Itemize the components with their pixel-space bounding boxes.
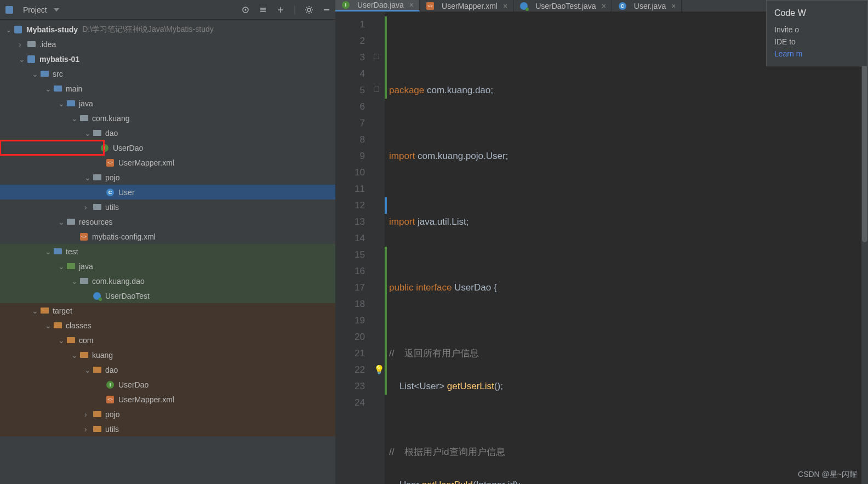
- code-content[interactable]: package com.kuang.dao; import com.kuang.…: [385, 12, 868, 484]
- tree-test[interactable]: ⌄test: [0, 244, 335, 259]
- code-with-me-popup: Code W Invite o IDE to Learn m: [766, 0, 868, 66]
- editor-panel: IUserDao.java× <>UserMapper.xml× UserDao…: [335, 0, 868, 484]
- tree-usermapper[interactable]: <>UserMapper.xml: [0, 155, 335, 170]
- project-tree[interactable]: ⌄Mybatis-studyD:\学习笔记\狂神说Java\Mybatis-st…: [0, 20, 335, 484]
- tree-utils[interactable]: ›utils: [0, 200, 335, 214]
- tab-userdao[interactable]: IUserDao.java×: [335, 0, 420, 12]
- fold-icon[interactable]: [374, 87, 379, 92]
- code-editor[interactable]: 123456789101112131415161718192021222324 …: [335, 12, 868, 484]
- dropdown-icon[interactable]: [54, 8, 59, 12]
- tree-mybatis01[interactable]: ⌄mybatis-01: [0, 52, 335, 66]
- tree-utils2[interactable]: ›utils: [0, 422, 335, 436]
- tab-user[interactable]: CUser.java×: [612, 0, 682, 12]
- tree-usermapper2[interactable]: <>UserMapper.xml: [0, 392, 335, 407]
- tree-comkuangdao[interactable]: ⌄com.kuang.dao: [0, 274, 335, 288]
- tree-user[interactable]: CUser: [0, 185, 335, 200]
- close-icon[interactable]: ×: [503, 2, 507, 10]
- close-icon[interactable]: ×: [671, 2, 676, 10]
- project-panel: Project | ⌄Mybatis-studyD:\学习笔记\狂神说Java\…: [0, 0, 335, 484]
- tree-main[interactable]: ⌄main: [0, 81, 335, 96]
- close-icon[interactable]: ×: [409, 1, 414, 9]
- tree-idea[interactable]: ›.idea: [0, 37, 335, 52]
- fold-gutter: 💡: [374, 12, 385, 484]
- close-icon[interactable]: ×: [602, 2, 606, 10]
- tab-usermapper[interactable]: <>UserMapper.xml×: [420, 0, 513, 12]
- line-gutter: 123456789101112131415161718192021222324: [335, 12, 374, 484]
- svg-point-1: [244, 9, 246, 10]
- project-header: Project |: [0, 0, 335, 20]
- tree-comkuang[interactable]: ⌄com.kuang: [0, 111, 335, 126]
- tree-resources[interactable]: ⌄resources: [0, 214, 335, 229]
- tree-java2[interactable]: ⌄java: [0, 259, 335, 274]
- tree-java[interactable]: ⌄java: [0, 96, 335, 111]
- tree-target[interactable]: ⌄target: [0, 303, 335, 318]
- svg-point-2: [307, 8, 311, 12]
- project-icon: [4, 5, 14, 15]
- tree-dao[interactable]: ⌄dao: [0, 126, 335, 140]
- gear-icon[interactable]: [305, 5, 313, 14]
- tree-userdao2[interactable]: IUserDao: [0, 377, 335, 392]
- project-title[interactable]: Project: [23, 5, 47, 14]
- collapse-icon[interactable]: [276, 5, 285, 14]
- tree-src[interactable]: ⌄src: [0, 66, 335, 81]
- tree-pojo[interactable]: ⌄pojo: [0, 170, 335, 185]
- locate-icon[interactable]: [241, 5, 250, 14]
- tree-mybatisconfig[interactable]: <>mybatis-config.xml: [0, 229, 335, 244]
- bulb-icon[interactable]: 💡: [374, 365, 385, 374]
- tree-com[interactable]: ⌄com: [0, 333, 335, 348]
- tree-pojo2[interactable]: ›pojo: [0, 407, 335, 422]
- tree-kuang[interactable]: ⌄kuang: [0, 348, 335, 362]
- learn-more-link[interactable]: Learn m: [774, 49, 802, 58]
- tree-userdao[interactable]: IUserDao: [0, 140, 104, 155]
- tab-userdaotest[interactable]: UserDaoTest.java×: [513, 0, 612, 12]
- expand-icon[interactable]: [259, 5, 267, 14]
- tree-userdaotest[interactable]: UserDaoTest: [0, 288, 335, 303]
- tree-dao2[interactable]: ⌄dao: [0, 362, 335, 377]
- tree-root[interactable]: ⌄Mybatis-studyD:\学习笔记\狂神说Java\Mybatis-st…: [0, 22, 335, 37]
- watermark: CSDN @星~闪耀: [798, 470, 857, 480]
- fold-icon[interactable]: [374, 54, 379, 59]
- tree-classes[interactable]: ⌄classes: [0, 318, 335, 333]
- scrollbar[interactable]: [861, 12, 868, 484]
- minimize-icon[interactable]: [322, 5, 331, 14]
